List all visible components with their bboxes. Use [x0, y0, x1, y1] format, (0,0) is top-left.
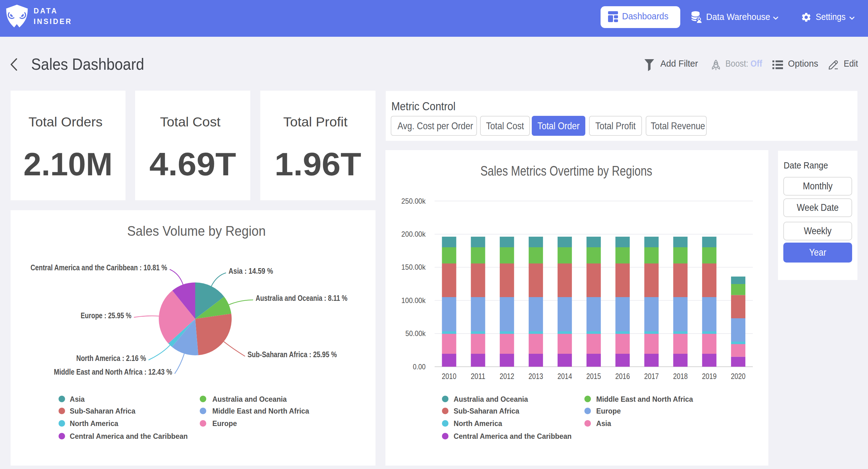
svg-text:Sub-Saharan Africa: Sub-Saharan Africa — [454, 407, 520, 415]
svg-text:Middle East and North Africa :: Middle East and North Africa : 12.43 % — [54, 368, 172, 376]
svg-text:Asia : 14.59 %: Asia : 14.59 % — [228, 267, 273, 275]
svg-text:2012: 2012 — [500, 372, 514, 381]
svg-text:Middle East and North Africa: Middle East and North Africa — [212, 407, 309, 415]
svg-text:Asia: Asia — [70, 395, 85, 403]
svg-text:2011: 2011 — [471, 372, 485, 381]
svg-text:Sales Metrics Overtime by Regi: Sales Metrics Overtime by Regions — [480, 163, 652, 179]
svg-text:Central America and the Caribb: Central America and the Caribbean — [70, 432, 188, 440]
svg-text:Sub-Saharan Africa : 25.95 %: Sub-Saharan Africa : 25.95 % — [248, 350, 337, 359]
svg-text:2010: 2010 — [442, 372, 457, 381]
svg-text:250.00k: 250.00k — [401, 197, 426, 205]
svg-text:Asia: Asia — [596, 419, 612, 428]
svg-text:Australia and Oceania: Australia and Oceania — [212, 395, 287, 403]
svg-text:Australia and Oceania: Australia and Oceania — [454, 395, 528, 403]
svg-text:2013: 2013 — [529, 372, 543, 381]
svg-text:2020: 2020 — [731, 372, 746, 381]
svg-text:150.00k: 150.00k — [401, 263, 426, 271]
svg-text:Europe: Europe — [212, 419, 237, 428]
svg-text:2015: 2015 — [586, 372, 601, 381]
svg-text:2014: 2014 — [557, 372, 572, 381]
svg-text:North America : 2.16 %: North America : 2.16 % — [76, 354, 146, 362]
svg-text:Central America and the Caribb: Central America and the Caribbean — [454, 432, 571, 440]
svg-text:Europe: Europe — [596, 407, 621, 415]
svg-text:Sales Volume by Region: Sales Volume by Region — [127, 223, 266, 239]
svg-text:Europe : 25.95 %: Europe : 25.95 % — [81, 311, 131, 320]
svg-text:2016: 2016 — [615, 372, 630, 381]
svg-text:Middle East and North Africa: Middle East and North Africa — [596, 395, 693, 403]
svg-text:Sub-Saharan Africa: Sub-Saharan Africa — [70, 407, 136, 415]
svg-text:2018: 2018 — [673, 372, 688, 381]
svg-text:2019: 2019 — [702, 372, 717, 381]
svg-text:Australia and Oceania : 8.11 %: Australia and Oceania : 8.11 % — [256, 294, 347, 302]
svg-text:2017: 2017 — [644, 372, 659, 381]
svg-text:50.00k: 50.00k — [405, 329, 426, 338]
svg-text:200.00k: 200.00k — [401, 230, 426, 238]
svg-text:Central America and the Caribb: Central America and the Caribbean : 10.8… — [31, 263, 167, 272]
svg-text:North America: North America — [454, 419, 502, 428]
svg-text:100.00k: 100.00k — [401, 296, 426, 304]
svg-text:0.00: 0.00 — [413, 362, 426, 371]
svg-text:North America: North America — [70, 419, 119, 428]
